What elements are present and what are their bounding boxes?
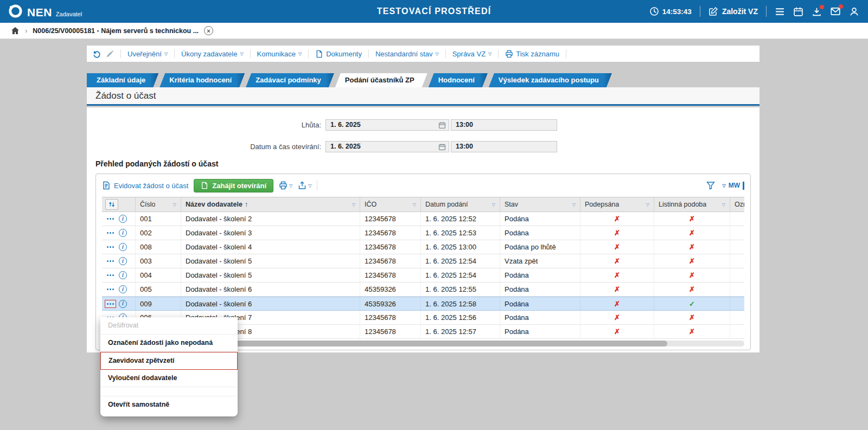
toolbar-tisk-zaznamu[interactable]: Tisk záznamu (505, 50, 559, 58)
row-menu-button[interactable] (105, 229, 116, 236)
column-header-datum-podani[interactable]: Datum podání▽ (421, 197, 500, 211)
filter-icon[interactable] (706, 181, 715, 190)
filter-caret-icon[interactable]: ▽ (492, 202, 495, 207)
menu-button[interactable] (775, 7, 785, 17)
cell-listinna-podoba: ✓ (654, 297, 730, 310)
tab-hodnoceni[interactable]: Hodnocení (429, 73, 488, 87)
row-tools: i (102, 268, 136, 282)
filter-caret-icon[interactable]: ▽ (722, 202, 725, 207)
page: NEN Zadavatel TESTOVACÍ PROSTŘEDÍ 14:53:… (0, 0, 868, 430)
downloads-button[interactable] (812, 7, 822, 17)
row-tools: i (102, 226, 136, 240)
history-button[interactable] (92, 49, 101, 59)
lhuta-time-field[interactable]: 13:00 (451, 119, 557, 131)
oteviranie-time-field[interactable]: 13:00 (451, 141, 557, 152)
table-row[interactable]: i005Dodavatel - školení 6453593261. 6. 2… (102, 283, 744, 297)
calendar-icon[interactable] (438, 143, 446, 151)
profile-button[interactable] (849, 7, 859, 17)
cross-icon: ✗ (614, 215, 620, 223)
calendar-icon[interactable] (438, 121, 446, 129)
filter-caret-icon[interactable]: ▽ (572, 202, 576, 207)
toolbar-sprava-vz[interactable]: Správa VZ▽ (452, 50, 492, 58)
cell-cislo: 008 (136, 240, 181, 254)
grid-settings-button[interactable] (105, 199, 118, 210)
table-row[interactable]: i002Dodavatel - školení 3123456781. 6. 2… (102, 226, 744, 240)
tab-podani-ucastniku-zp[interactable]: Podání účastníků ZP (335, 73, 427, 87)
print-grid-button[interactable]: ▽ (279, 181, 292, 190)
export-grid-button[interactable]: ▽ (298, 181, 311, 190)
zalozit-vz-button[interactable]: Založit VZ (709, 7, 758, 16)
divider (445, 49, 446, 58)
zahajit-oteviranie-button[interactable]: Zahájit otevírání (194, 179, 273, 192)
info-icon[interactable]: i (119, 229, 127, 237)
nen-home-link[interactable]: NEN Zadavatel (8, 3, 82, 20)
divider (317, 181, 317, 190)
info-icon[interactable]: i (119, 257, 127, 265)
cross-icon: ✗ (614, 271, 620, 279)
oteviranie-date-field[interactable]: 1. 6. 2025 (326, 141, 449, 152)
info-icon[interactable]: i (119, 300, 127, 308)
mw-control[interactable]: ▽ MW (723, 182, 744, 190)
row-menu-button[interactable] (105, 258, 116, 265)
home-icon[interactable] (11, 27, 20, 35)
lhuta-date-field[interactable]: 1. 6. 2025 (326, 119, 449, 131)
chevron-down-icon: ▽ (164, 52, 168, 56)
edit-record-button[interactable] (106, 50, 114, 58)
filter-caret-icon[interactable]: ▽ (413, 202, 416, 207)
mw-label: MW (729, 182, 740, 189)
table-row[interactable]: i003Dodavatel - školení 5123456781. 6. 2… (102, 254, 744, 268)
column-header-nazev-dodavatele[interactable]: Název dodavatele↑▽ (181, 197, 360, 211)
info-icon[interactable]: i (119, 215, 127, 223)
column-header-listinna-podoba[interactable]: Listinná podoba▽ (654, 197, 730, 211)
evidovat-zadost-button[interactable]: Evidovat žádost o účast (102, 181, 188, 190)
calendar-button[interactable] (793, 7, 803, 17)
column-header-podepsana[interactable]: Podepsána▽ (580, 197, 654, 211)
tab-vysledek-zadavaciho-postupu[interactable]: Výsledek zadávacího postupu (489, 73, 612, 87)
row-menu-button[interactable] (105, 286, 116, 293)
cell-datum-podani: 1. 6. 2025 12:53 (421, 226, 500, 240)
context-menu-item[interactable]: Vyloučení dodavatele (100, 370, 238, 387)
cell-oznaceni (730, 254, 744, 268)
tab-zadavaci-podminky[interactable]: Zadávací podmínky (246, 73, 334, 87)
cell-listinna-podoba: ✗ (654, 240, 730, 254)
info-icon[interactable]: i (119, 285, 127, 293)
cell-ico: 45359326 (360, 297, 421, 310)
table-row[interactable]: i001Dodavatel - školení 2123456781. 6. 2… (102, 212, 744, 226)
row-menu-button[interactable] (105, 300, 116, 307)
filter-caret-icon[interactable]: ▽ (352, 202, 355, 207)
cell-ico: 12345678 (360, 212, 421, 226)
breadcrumb-item[interactable]: N006/25/V00005181 - Nájem serverů s tech… (33, 27, 199, 35)
table-row[interactable]: i009Dodavatel - školení 6453593261. 6. 2… (102, 297, 744, 311)
tab-kriteria-hodnoceni[interactable]: Kritéria hodnocení (159, 73, 245, 87)
toolbar-komunikace[interactable]: Komunikace▽ (257, 50, 302, 58)
context-menu-item[interactable]: Zaevidovat zpětvzetí (100, 352, 238, 370)
info-icon[interactable]: i (119, 271, 127, 279)
table-row[interactable]: i004Dodavatel - školení 5123456781. 6. 2… (102, 268, 744, 283)
row-menu-button[interactable] (105, 243, 116, 251)
toolbar-uverejneni[interactable]: Uveřejnění▽ (127, 50, 168, 58)
cell-ico: 12345678 (360, 226, 421, 240)
row-menu-button[interactable] (105, 215, 116, 222)
filter-caret-icon[interactable]: ▽ (173, 202, 176, 207)
context-menu-item[interactable]: Označení žádosti jako nepodaná (100, 335, 238, 352)
tab-zakladni-udaje[interactable]: Základní údaje (87, 73, 158, 87)
cell-nazev-dodavatele: Dodavatel - školení 3 (181, 226, 360, 240)
row-menu-button[interactable] (105, 272, 116, 279)
cell-datum-podani: 1. 6. 2025 12:57 (421, 325, 500, 338)
column-header-ico[interactable]: IČO▽ (360, 197, 421, 211)
toolbar-nestandardni-stav[interactable]: Nestandardní stav▽ (375, 50, 439, 58)
cell-listinna-podoba: ✗ (654, 268, 730, 282)
chevron-down-icon: ▽ (289, 183, 292, 188)
column-header-cislo[interactable]: Číslo▽ (136, 197, 181, 211)
context-menu-item[interactable]: Otevřít samostatně (100, 396, 238, 413)
column-header-stav[interactable]: Stav▽ (500, 197, 580, 211)
close-breadcrumb-button[interactable]: × (204, 26, 213, 35)
toolbar-dokumenty[interactable]: Dokumenty (315, 50, 362, 58)
filter-caret-icon[interactable]: ▽ (646, 202, 649, 207)
info-icon[interactable]: i (119, 243, 127, 251)
toolbar-ukony-zadavatele[interactable]: Úkony zadavatele▽ (181, 50, 244, 58)
messages-button[interactable] (830, 6, 841, 17)
column-label: Datum podání (425, 201, 468, 208)
table-row[interactable]: i008Dodavatel - školení 4123456781. 6. 2… (102, 240, 744, 254)
column-header-oznaceni[interactable]: Označení (730, 197, 744, 211)
